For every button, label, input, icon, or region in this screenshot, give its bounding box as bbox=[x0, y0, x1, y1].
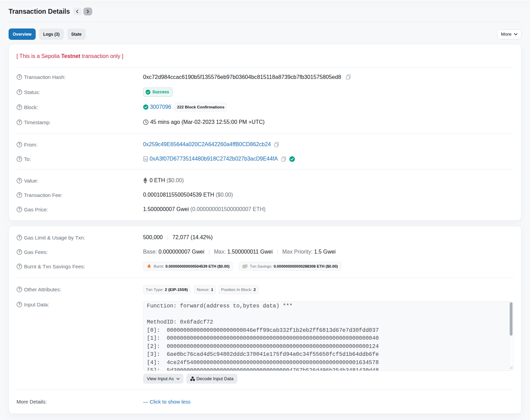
svg-text:?: ? bbox=[18, 288, 20, 291]
svg-text:?: ? bbox=[18, 303, 20, 306]
svg-text:?: ? bbox=[18, 120, 20, 124]
svg-text:?: ? bbox=[18, 264, 20, 268]
svg-text:?: ? bbox=[18, 105, 20, 109]
svg-text:?: ? bbox=[18, 250, 20, 254]
svg-text:?: ? bbox=[18, 157, 20, 161]
svg-text:?: ? bbox=[18, 207, 20, 211]
svg-text:?: ? bbox=[18, 142, 20, 146]
svg-text:?: ? bbox=[18, 178, 20, 182]
svg-text:?: ? bbox=[18, 235, 20, 239]
svg-text:?: ? bbox=[18, 75, 20, 79]
svg-text:?: ? bbox=[18, 193, 20, 197]
svg-text:?: ? bbox=[18, 90, 20, 94]
